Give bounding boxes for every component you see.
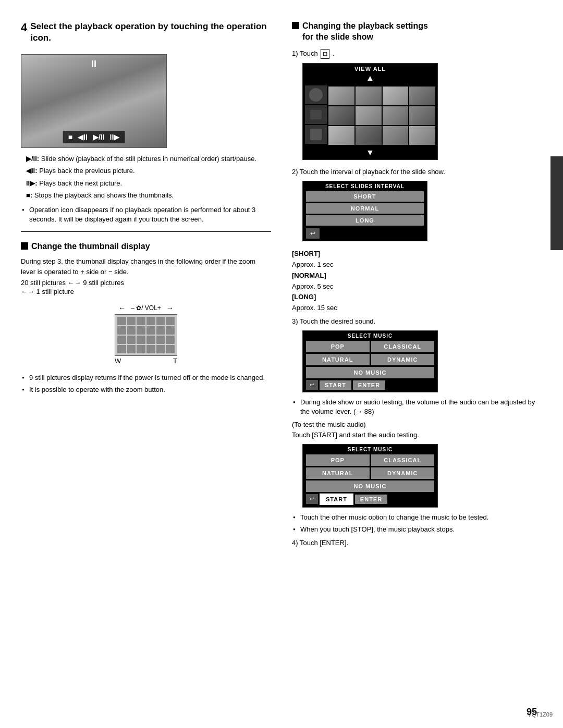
controls-desc-list: ▶/II: Slide show (playback of the still … — [21, 154, 271, 200]
normal-label: [NORMAL] — [292, 272, 326, 279]
view-all-nav-down[interactable]: ▼ — [305, 148, 435, 157]
post-bullets: Touch the other music option to change t… — [293, 513, 542, 534]
touch-start-label: Touch [START] and start the audio testin… — [292, 430, 542, 440]
long-desc: Approx. 15 sec — [292, 304, 337, 312]
left-column: 4 Select the playback operation by touch… — [21, 21, 271, 552]
nomusic-btn-1[interactable]: NO MUSIC — [306, 367, 434, 378]
thumb-grid — [328, 85, 435, 146]
zoom-cell — [127, 345, 136, 353]
bullet-post-2: When you touch [STOP], the music playbac… — [293, 525, 542, 534]
zoom-cell — [166, 336, 175, 344]
stop-icon-label: ■: — [26, 191, 32, 199]
bullet-thumb-2: It is possible to operate with the zoom … — [22, 385, 271, 394]
natural-btn-1[interactable]: NATURAL — [306, 354, 370, 365]
touch-icon-step1: ⊡ — [321, 49, 329, 59]
view-all-nav-up[interactable]: ▲ — [305, 73, 435, 83]
zoom-box — [115, 314, 177, 356]
right-column: Changing the playback settings for the s… — [292, 21, 542, 552]
play-pause-btn[interactable]: ▶/II — [93, 133, 105, 141]
pop-btn-1[interactable]: POP — [306, 341, 370, 352]
start-btn-1[interactable]: START — [320, 380, 351, 390]
thumb-icon-3 — [305, 125, 327, 144]
control-bar: ■ ◀II ▶/II II▶ — [63, 131, 125, 143]
select-panel-footer: ↩ — [306, 227, 424, 239]
zoom-cell — [166, 326, 175, 335]
view-all-header: VIEW ALL — [305, 66, 435, 72]
thumbnail-order2: ←→ 1 still picture — [21, 288, 271, 295]
zoom-cell — [156, 317, 165, 325]
zoom-cell — [117, 336, 126, 344]
bullet-thumb-1: 9 still pictures display returns if the … — [22, 373, 271, 382]
operation-bullets: Operation icon disappears if no playback… — [22, 205, 271, 224]
pop-btn-2[interactable]: POP — [306, 454, 370, 466]
long-label: [LONG] — [292, 293, 316, 301]
natural-btn-2[interactable]: NATURAL — [306, 467, 370, 479]
zoom-cell — [117, 345, 126, 353]
enter-btn-2[interactable]: ENTER — [355, 495, 387, 504]
thumb-1 — [328, 87, 354, 105]
zoom-cell — [137, 336, 145, 344]
slides-back-btn[interactable]: ↩ — [306, 228, 320, 239]
arrow-left: ← — [118, 304, 126, 312]
music-title-1: SELECT MUSIC — [306, 333, 434, 339]
zoom-cell — [137, 345, 145, 353]
page-code: VQT1Z09 — [528, 711, 553, 718]
music-title-2: SELECT MUSIC — [306, 447, 434, 452]
thumb-7 — [383, 106, 409, 125]
desc-next: II▶: Plays back the next picture. — [21, 179, 271, 188]
thumbnail-heading: Change the thumbnail display — [31, 241, 150, 252]
next-icon-label: II▶: — [26, 179, 38, 187]
stop-btn[interactable]: ■ — [68, 133, 72, 141]
select-slides-title: SELECT SLIDES INTERVAL — [306, 183, 424, 189]
start-btn-2[interactable]: START — [320, 493, 353, 505]
step-number: 4 — [21, 21, 27, 34]
classical-btn-1[interactable]: CLASSICAL — [371, 341, 435, 352]
thumb-3 — [383, 87, 409, 105]
dynamic-btn-1[interactable]: DYNAMIC — [371, 354, 435, 365]
classical-btn-2[interactable]: CLASSICAL — [371, 454, 435, 466]
short-desc: Approx. 1 sec — [292, 261, 334, 268]
to-test-label: (To test the music audio) — [292, 420, 542, 429]
music-footer-2: ↩ START ENTER — [306, 493, 434, 505]
thumbnail-heading-container: Change the thumbnail display — [21, 241, 271, 252]
nomusic-btn-2[interactable]: NO MUSIC — [306, 480, 434, 492]
bullet-operation: Operation icon disappears if no playback… — [22, 205, 271, 224]
zoom-cell — [156, 345, 165, 353]
music-back-btn-2[interactable]: ↩ — [306, 494, 318, 504]
step-heading: Select the playback operation by touchin… — [30, 21, 271, 44]
view-all-panel: VIEW ALL ▲ — [302, 63, 438, 160]
zoom-diagram: ← – ✿/ VOL+ → — [104, 304, 188, 365]
music-back-btn-1[interactable]: ↩ — [306, 380, 318, 390]
thumb-12 — [409, 126, 435, 145]
music-footer-1: ↩ START ENTER — [306, 380, 434, 390]
normal-btn[interactable]: NORMAL — [306, 203, 424, 214]
select-music-panel-2: SELECT MUSIC POP CLASSICAL NATURAL DYNAM… — [302, 444, 438, 508]
thumb-8 — [409, 106, 435, 125]
zoom-cell — [156, 336, 165, 344]
thumbnail-order: 20 still pictures ←→ 9 still pictures — [21, 279, 271, 287]
thumb-5 — [328, 106, 354, 125]
thumb-2 — [356, 87, 382, 105]
dynamic-btn-2[interactable]: DYNAMIC — [371, 467, 435, 479]
long-btn[interactable]: LONG — [306, 215, 424, 226]
zoom-cell — [137, 326, 145, 335]
zoom-cell — [137, 317, 145, 325]
prev-btn[interactable]: ◀II — [78, 133, 88, 141]
normal-desc: Approx. 5 sec — [292, 282, 334, 290]
arrow-right: → — [166, 304, 174, 312]
zoom-cell — [127, 336, 136, 344]
zoom-cell — [146, 326, 155, 335]
thumb-9 — [328, 126, 354, 145]
vol-label: – ✿/ VOL+ — [131, 304, 161, 312]
next-btn[interactable]: II▶ — [110, 133, 120, 141]
thumb-icon-2 — [305, 105, 327, 124]
short-btn[interactable]: SHORT — [306, 191, 424, 202]
desc-prev: ◀II: Plays back the previous picture. — [21, 166, 271, 176]
zoom-cell — [156, 326, 165, 335]
playback-image: II ■ ◀II ▶/II II▶ — [21, 54, 167, 148]
enter-btn-1[interactable]: ENTER — [353, 380, 385, 390]
music-grid-1: POP CLASSICAL NATURAL DYNAMIC NO MUSIC — [306, 341, 434, 378]
zoom-cell — [166, 345, 175, 353]
zoom-cell — [117, 317, 126, 325]
bullet-audio-1: During slide show or audio testing, the … — [293, 398, 542, 416]
